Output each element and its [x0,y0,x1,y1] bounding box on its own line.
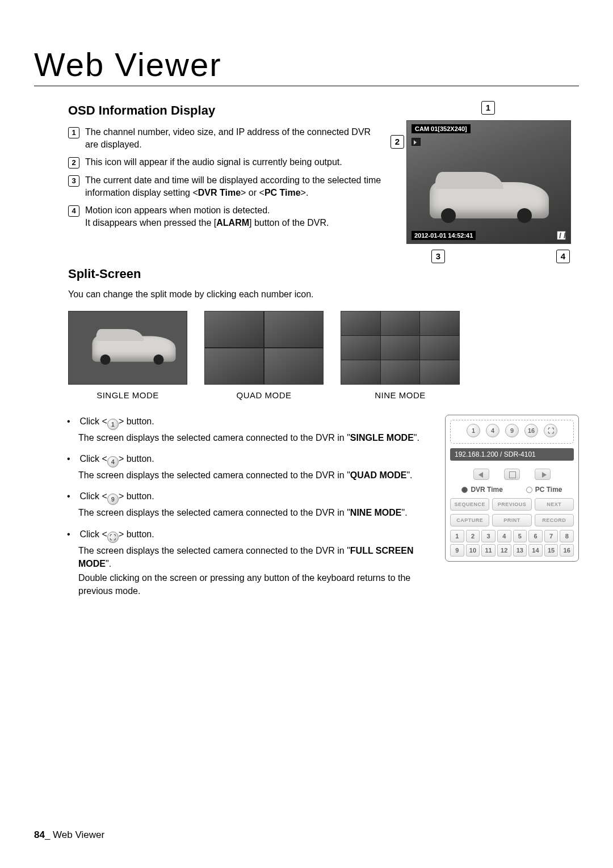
osd-item-4a: Motion icon appears when motion is detec… [85,205,270,215]
b3-pre: Click < [79,491,107,501]
panel-mode-4[interactable]: 4 [486,424,499,437]
radio-on-icon [461,487,468,493]
radio-off-icon [526,487,532,493]
b1-line-suf: ". [414,433,419,443]
channel-button[interactable]: 15 [544,544,559,557]
page-number: 84 [34,829,45,840]
osd-item-2: 2 This icon will appear if the audio sig… [68,156,384,168]
b3-line-pre: The screen displays the selected camera … [78,508,350,517]
mode-4-icon[interactable]: 4 [107,456,119,467]
channel-button[interactable]: 11 [481,544,496,557]
osd-item-3-pc: PC Time [264,188,301,197]
dvr-time-radio[interactable]: DVR Time [461,486,502,494]
channel-button[interactable]: 10 [466,544,480,557]
panel-mode-row: 1 4 9 16 ⛶ [450,420,574,444]
num-box-3: 3 [68,175,79,187]
nine-mode-shot [341,311,460,385]
car-image [430,182,549,218]
b4-line-pre: The screen displays the selected camera … [78,546,350,555]
osd-figure: 1 2 CAM 01[352X240] 2012-01-01 14:52:41 … [397,103,579,244]
osd-cam-header: CAM 01[352X240] [412,124,471,133]
b4-dbl: Double clicking on the screen or pressin… [78,571,429,597]
page-title: Web Viewer [34,45,579,86]
osd-item-4-alarm: ALARM [216,218,249,227]
num-box-1: 1 [68,127,79,138]
channel-button[interactable]: 5 [513,530,527,542]
b3-line-suf: ". [402,508,408,517]
nav-next-icon[interactable] [535,469,551,480]
b1-pre: Click < [79,416,107,426]
osd-list: 1 The channel number, video size, and IP… [68,126,384,229]
split-intro: You can change the split mode by clickin… [68,289,579,300]
split-heading: Split-Screen [34,267,579,281]
b2-mode: QUAD MODE [350,470,407,480]
channel-button[interactable]: 3 [481,530,496,542]
osd-heading: OSD Information Display [34,103,384,118]
osd-item-3-mid: > or < [241,188,264,197]
callout-3: 3 [431,250,445,263]
split-bullets: Click <1> button. The screen displays th… [68,415,429,605]
single-mode-shot [68,311,187,385]
nav-prev-icon[interactable] [473,469,489,480]
capture-button[interactable]: CAPTURE [450,514,489,526]
panel-time-radios: DVR Time PC Time [450,486,574,494]
quad-mode-shot [204,311,324,385]
mode-row: SINGLE MODE QUAD MODE NINE MODE [68,311,579,400]
sequence-button[interactable]: SEQUENCE [450,498,489,511]
channel-button[interactable]: 8 [560,530,574,542]
b1-line-pre: The screen displays the selected camera … [78,433,350,443]
b2-line-pre: The screen displays the selected camera … [78,470,350,480]
page-footer: 84_ Web Viewer [34,829,104,841]
channel-button[interactable]: 16 [560,544,574,557]
num-box-4: 4 [68,205,79,217]
channel-button[interactable]: 7 [544,530,559,542]
nine-mode-label: NINE MODE [341,390,460,400]
channel-button[interactable]: 1 [450,530,464,542]
osd-item-3-dvr: DVR Time [198,188,241,197]
osd-item-4: 4 Motion icon appears when motion is det… [68,204,384,229]
mode-9-icon[interactable]: 9 [107,494,119,505]
b2-line-suf: ". [406,470,412,480]
single-mode-label: SINGLE MODE [68,390,187,400]
osd-item-3-end: >. [301,188,309,197]
panel-fullscreen-icon[interactable]: ⛶ [544,424,557,437]
control-panel: 1 4 9 16 ⛶ 192.168.1.200 / SDR-4101 DVR … [445,415,579,562]
osd-item-2-text: This icon will appear if the audio signa… [85,156,342,168]
panel-mode-16[interactable]: 16 [524,424,538,437]
num-box-2: 2 [68,157,79,168]
split-section: Split-Screen You can change the split mo… [34,267,579,605]
osd-item-1: 1 The channel number, video size, and IP… [68,126,384,150]
osd-item-3: 3 The current date and time will be disp… [68,174,384,199]
speaker-icon [412,138,421,146]
osd-item-4-text: Motion icon appears when motion is detec… [85,204,329,229]
b2-pre: Click < [79,454,107,464]
nav-center-icon[interactable] [504,469,520,480]
channel-button[interactable]: 6 [528,530,543,542]
panel-mode-9[interactable]: 9 [505,424,519,437]
record-button[interactable]: RECORD [535,514,574,526]
mode-1-icon[interactable]: 1 [107,419,119,430]
b4-suf: > button. [119,529,154,539]
channel-button[interactable]: 12 [497,544,511,557]
pc-time-radio[interactable]: PC Time [526,486,562,494]
pc-time-label: PC Time [535,486,562,494]
fullscreen-icon[interactable]: ⛶ [107,532,119,543]
channel-button[interactable]: 13 [513,544,527,557]
panel-nav [450,465,574,486]
dvr-time-label: DVR Time [471,486,502,494]
callout-2: 2 [391,135,404,149]
osd-row: OSD Information Display 1 The channel nu… [34,103,579,244]
b1-mode: SINGLE MODE [350,433,414,443]
channel-button[interactable]: 2 [466,530,480,542]
b4-pre: Click < [79,529,107,539]
panel-mode-1[interactable]: 1 [467,424,480,437]
channel-grid: 1 2 3 4 5 6 7 8 9 10 11 12 13 14 15 16 [450,530,574,557]
next-button[interactable]: NEXT [535,498,574,511]
osd-screenshot: CAM 01[352X240] 2012-01-01 14:52:41 [406,120,571,244]
print-button[interactable]: PRINT [492,514,531,526]
channel-button[interactable]: 4 [497,530,511,542]
channel-button[interactable]: 9 [450,544,464,557]
osd-item-4b: It disappears when pressed the [ [85,218,216,227]
channel-button[interactable]: 14 [528,544,543,557]
previous-button[interactable]: PREVIOUS [492,498,531,511]
